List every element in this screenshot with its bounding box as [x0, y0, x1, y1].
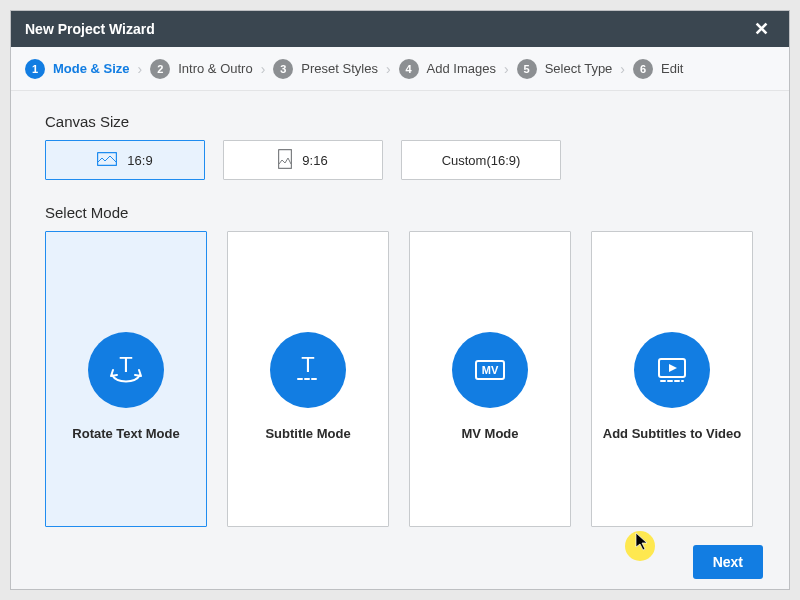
- step-label: Mode & Size: [53, 61, 130, 76]
- chevron-right-icon: ›: [384, 61, 393, 77]
- canvas-size-heading: Canvas Size: [45, 113, 755, 130]
- step-select-type[interactable]: 5 Select Type: [517, 59, 613, 79]
- chevron-right-icon: ›: [502, 61, 511, 77]
- dialog-title: New Project Wizard: [25, 21, 155, 37]
- mode-mv[interactable]: MV MV Mode: [409, 231, 571, 527]
- cursor-highlight: [625, 531, 655, 561]
- dialog-footer: Next: [11, 535, 789, 589]
- step-label: Edit: [661, 61, 683, 76]
- step-label: Preset Styles: [301, 61, 378, 76]
- canvas-option-9-16[interactable]: 9:16: [223, 140, 383, 180]
- mode-add-subtitles-to-video[interactable]: Add Subtitles to Video: [591, 231, 753, 527]
- chevron-right-icon: ›: [618, 61, 627, 77]
- canvas-option-16-9[interactable]: 16:9: [45, 140, 205, 180]
- svg-text:T: T: [301, 352, 314, 377]
- canvas-option-label: 9:16: [302, 153, 327, 168]
- mode-label: Add Subtitles to Video: [597, 426, 747, 441]
- close-icon[interactable]: ✕: [748, 16, 775, 42]
- dialog-body: Canvas Size 16:9 9:16 Custom(16:9) Selec…: [11, 91, 789, 535]
- next-button[interactable]: Next: [693, 545, 763, 579]
- step-number: 3: [273, 59, 293, 79]
- mode-options: T Rotate Text Mode T Subtitle Mode: [45, 231, 755, 527]
- svg-marker-8: [669, 364, 677, 372]
- step-label: Add Images: [427, 61, 496, 76]
- chevron-right-icon: ›: [259, 61, 268, 77]
- wizard-steps: 1 Mode & Size › 2 Intro & Outro › 3 Pres…: [11, 47, 789, 91]
- mode-label: MV Mode: [455, 426, 524, 441]
- step-number: 1: [25, 59, 45, 79]
- mode-rotate-text[interactable]: T Rotate Text Mode: [45, 231, 207, 527]
- mv-icon: MV: [452, 332, 528, 408]
- step-mode-and-size[interactable]: 1 Mode & Size: [25, 59, 130, 79]
- svg-text:MV: MV: [482, 364, 499, 376]
- step-add-images[interactable]: 4 Add Images: [399, 59, 496, 79]
- step-label: Select Type: [545, 61, 613, 76]
- svg-text:T: T: [119, 352, 132, 377]
- rotate-text-icon: T: [88, 332, 164, 408]
- step-number: 5: [517, 59, 537, 79]
- step-edit[interactable]: 6 Edit: [633, 59, 683, 79]
- mode-subtitle[interactable]: T Subtitle Mode: [227, 231, 389, 527]
- svg-rect-1: [279, 149, 292, 168]
- step-preset-styles[interactable]: 3 Preset Styles: [273, 59, 378, 79]
- new-project-wizard-dialog: New Project Wizard ✕ 1 Mode & Size › 2 I…: [10, 10, 790, 590]
- video-subtitles-icon: [634, 332, 710, 408]
- cursor-icon: [635, 532, 651, 556]
- portrait-icon: [278, 149, 292, 172]
- step-number: 6: [633, 59, 653, 79]
- chevron-right-icon: ›: [136, 61, 145, 77]
- mode-label: Subtitle Mode: [259, 426, 356, 441]
- canvas-size-options: 16:9 9:16 Custom(16:9): [45, 140, 755, 180]
- mode-label: Rotate Text Mode: [66, 426, 185, 441]
- canvas-option-label: Custom(16:9): [442, 153, 521, 168]
- step-number: 4: [399, 59, 419, 79]
- canvas-option-label: 16:9: [127, 153, 152, 168]
- select-mode-heading: Select Mode: [45, 204, 755, 221]
- step-intro-and-outro[interactable]: 2 Intro & Outro: [150, 59, 252, 79]
- subtitle-icon: T: [270, 332, 346, 408]
- step-label: Intro & Outro: [178, 61, 252, 76]
- landscape-icon: [97, 152, 117, 169]
- titlebar: New Project Wizard ✕: [11, 11, 789, 47]
- step-number: 2: [150, 59, 170, 79]
- canvas-option-custom[interactable]: Custom(16:9): [401, 140, 561, 180]
